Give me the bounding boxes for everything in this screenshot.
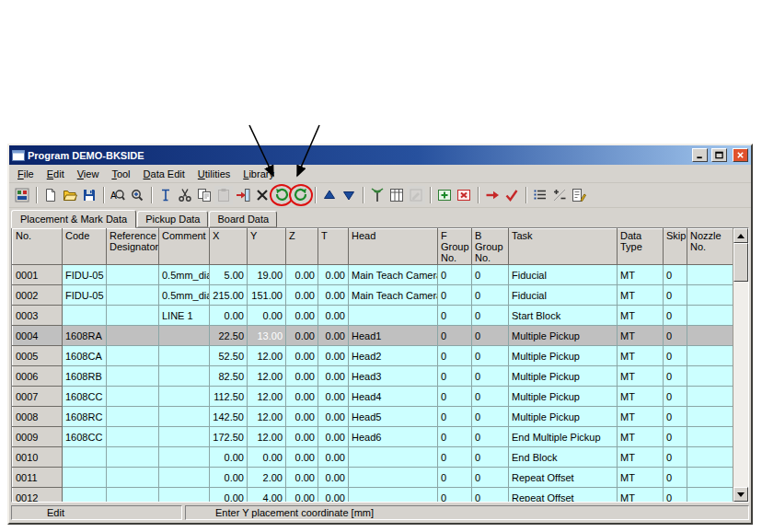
- copy-icon[interactable]: [195, 186, 214, 204]
- cell[interactable]: FIDU-05: [63, 285, 107, 306]
- cell[interactable]: 0.00: [318, 468, 349, 488]
- cell[interactable]: 0.00: [286, 306, 318, 326]
- cell[interactable]: 0: [664, 387, 687, 407]
- cell[interactable]: 0.5mm_dia: [159, 285, 210, 306]
- cell[interactable]: [687, 366, 733, 387]
- cell[interactable]: 0.00: [318, 346, 349, 366]
- cell[interactable]: 0.00: [210, 468, 248, 488]
- scroll-down-button[interactable]: [733, 487, 748, 502]
- cell[interactable]: 1608CA: [63, 346, 107, 366]
- cell[interactable]: 12.00: [248, 427, 286, 447]
- paste-icon[interactable]: [214, 186, 233, 204]
- cell[interactable]: MT: [618, 488, 664, 503]
- move-up-icon[interactable]: [320, 186, 339, 204]
- cell[interactable]: 1608CC: [63, 427, 107, 447]
- cell[interactable]: 172.50: [210, 427, 248, 447]
- cell[interactable]: 0: [472, 468, 509, 488]
- cell[interactable]: [349, 306, 438, 326]
- column-header-task[interactable]: Task: [509, 229, 618, 265]
- cell[interactable]: Head2: [349, 346, 438, 366]
- cell[interactable]: Main Teach Camera: [349, 285, 438, 306]
- cell[interactable]: [159, 447, 210, 468]
- cell[interactable]: 4.00: [248, 488, 286, 503]
- cell[interactable]: MT: [618, 326, 664, 346]
- cell[interactable]: 0: [664, 488, 687, 503]
- cell[interactable]: 82.50: [210, 366, 248, 387]
- teach-icon[interactable]: [368, 186, 387, 204]
- cell[interactable]: [687, 306, 733, 326]
- cell[interactable]: 0: [664, 346, 687, 366]
- cell[interactable]: Head3: [349, 366, 438, 387]
- minimize-button[interactable]: [692, 148, 708, 162]
- cell[interactable]: 5.00: [210, 265, 248, 285]
- cell[interactable]: Multiple Pickup: [509, 326, 618, 346]
- cell[interactable]: Multiple Pickup: [509, 387, 618, 407]
- menu-item-tool[interactable]: Tool: [105, 167, 136, 181]
- scrollbar-track[interactable]: [733, 282, 748, 487]
- cell[interactable]: 0.00: [286, 265, 318, 285]
- cell[interactable]: 142.50: [210, 407, 248, 427]
- cell[interactable]: End Multiple Pickup: [509, 427, 618, 447]
- cell[interactable]: 0: [438, 407, 472, 427]
- cell[interactable]: 0.00: [318, 447, 349, 468]
- menu-item-view[interactable]: View: [71, 167, 106, 181]
- cell[interactable]: 0: [664, 326, 687, 346]
- cell[interactable]: [687, 285, 733, 306]
- renumber-icon[interactable]: [570, 186, 588, 204]
- cell[interactable]: Head6: [349, 427, 438, 447]
- cell[interactable]: 2.00: [248, 468, 286, 488]
- row-header[interactable]: 0011: [13, 468, 63, 488]
- cell[interactable]: 0.00: [286, 407, 318, 427]
- cell[interactable]: [107, 326, 159, 346]
- cell[interactable]: [107, 468, 159, 488]
- cell[interactable]: MT: [618, 346, 664, 366]
- cell[interactable]: 0: [438, 306, 472, 326]
- cell[interactable]: 0: [472, 387, 509, 407]
- cell[interactable]: [107, 265, 159, 285]
- edit-cell-icon[interactable]: [407, 186, 425, 204]
- row-header[interactable]: 0005: [13, 346, 63, 366]
- cell[interactable]: MT: [618, 468, 664, 488]
- cell[interactable]: 13.00: [248, 326, 286, 346]
- cell[interactable]: 0: [438, 326, 472, 346]
- delete-line-icon[interactable]: [253, 186, 271, 204]
- cell[interactable]: 0: [438, 488, 472, 503]
- cell[interactable]: 19.00: [248, 265, 286, 285]
- cell[interactable]: [107, 407, 159, 427]
- cell[interactable]: 1608RA: [63, 326, 107, 346]
- cell[interactable]: [159, 346, 210, 366]
- cell[interactable]: 112.50: [210, 387, 248, 407]
- cell[interactable]: [349, 488, 438, 503]
- cell[interactable]: [687, 265, 733, 285]
- cell[interactable]: 0: [472, 346, 509, 366]
- column-header-no[interactable]: No.: [13, 229, 63, 265]
- cell[interactable]: 0: [664, 306, 687, 326]
- menu-item-utilities[interactable]: Utilities: [191, 167, 237, 181]
- row-header[interactable]: 0003: [13, 306, 63, 326]
- zoom-icon[interactable]: [128, 186, 146, 204]
- cell[interactable]: [159, 387, 210, 407]
- column-header-code[interactable]: Code: [63, 229, 107, 265]
- column-header-nozzle-no[interactable]: Nozzle No.: [687, 229, 733, 265]
- cell[interactable]: 0.00: [286, 387, 318, 407]
- cell[interactable]: 0: [472, 447, 509, 468]
- text-tool-icon[interactable]: [156, 186, 175, 204]
- column-header-head[interactable]: Head: [349, 229, 438, 265]
- cell[interactable]: 12.00: [248, 387, 286, 407]
- cell[interactable]: Repeat Offset: [509, 468, 618, 488]
- cell[interactable]: [63, 306, 107, 326]
- insert-line-icon[interactable]: [234, 186, 252, 204]
- cell[interactable]: 0.00: [286, 468, 318, 488]
- cell[interactable]: [107, 285, 159, 306]
- cell[interactable]: 0: [472, 265, 509, 285]
- tab-placement-mark-data[interactable]: Placement & Mark Data: [11, 210, 136, 228]
- menu-item-library[interactable]: Library: [237, 167, 281, 181]
- cell[interactable]: 0: [438, 346, 472, 366]
- cell[interactable]: [107, 427, 159, 447]
- find-icon[interactable]: A: [109, 186, 127, 204]
- cell[interactable]: Multiple Pickup: [509, 407, 618, 427]
- cell[interactable]: 12.00: [248, 366, 286, 387]
- cell[interactable]: LINE 1: [159, 306, 210, 326]
- cell[interactable]: 0: [438, 427, 472, 447]
- scroll-up-button[interactable]: [733, 228, 748, 243]
